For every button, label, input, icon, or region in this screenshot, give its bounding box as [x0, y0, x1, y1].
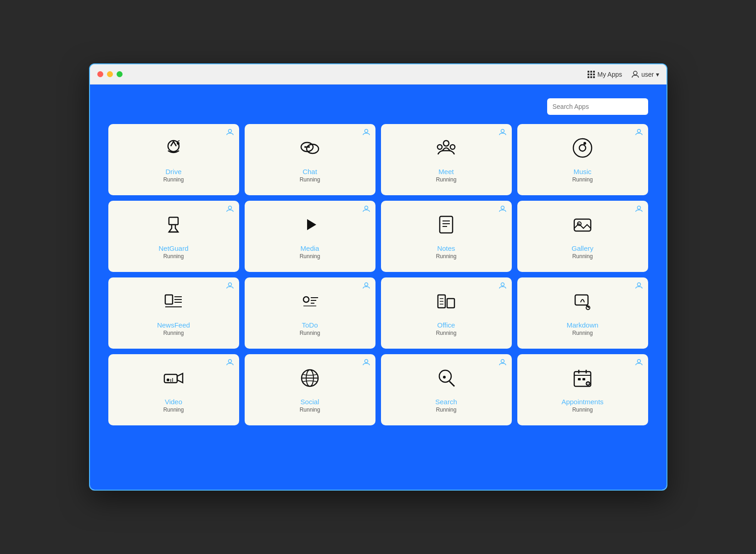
- chevron-down-icon: ▾: [656, 71, 659, 78]
- app-status-media: Running: [300, 253, 320, 260]
- svg-point-9: [308, 146, 310, 148]
- svg-point-14: [637, 130, 640, 133]
- app-status-search: Running: [436, 407, 457, 413]
- gallery-icon: [571, 214, 594, 239]
- app-status-social: Running: [300, 407, 320, 413]
- svg-point-7: [304, 146, 306, 148]
- app-card-office[interactable]: OfficeRunning: [381, 277, 512, 349]
- app-card-chat[interactable]: ChatRunning: [245, 124, 375, 195]
- app-status-markdown: Running: [572, 330, 593, 336]
- svg-point-23: [501, 206, 504, 209]
- svg-point-59: [364, 360, 368, 363]
- main-content: DriveRunningChatRunningMeetRunningMusicR…: [90, 85, 666, 490]
- title-bar: My Apps user ▾: [90, 64, 666, 85]
- user-menu-button[interactable]: user ▾: [631, 70, 659, 79]
- app-name-newsfeed: NewsFeed: [157, 321, 190, 329]
- music-icon: [571, 137, 594, 162]
- search-input[interactable]: [547, 98, 648, 115]
- user-indicator-music: [635, 129, 643, 138]
- app-card-media[interactable]: MediaRunning: [245, 201, 375, 272]
- app-name-chat: Chat: [302, 168, 317, 175]
- app-card-newsfeed[interactable]: NewsFeedRunning: [108, 277, 239, 349]
- svg-point-10: [501, 130, 504, 133]
- app-status-video: Running: [163, 407, 184, 413]
- user-indicator-notes: [499, 205, 506, 215]
- app-card-search[interactable]: SearchRunning: [381, 354, 512, 425]
- svg-point-66: [443, 376, 446, 379]
- app-status-appointments: Running: [572, 407, 593, 413]
- social-icon: [299, 367, 321, 392]
- minimize-button[interactable]: [107, 71, 113, 77]
- todo-icon: [299, 290, 321, 316]
- drive-icon: [162, 137, 185, 162]
- app-card-netguard[interactable]: NetGuardRunning: [108, 201, 239, 272]
- user-indicator-todo: [363, 282, 370, 291]
- svg-point-17: [583, 142, 586, 145]
- svg-point-8: [306, 146, 308, 148]
- app-name-media: Media: [301, 244, 319, 252]
- app-name-music: Music: [573, 168, 591, 175]
- user-indicator-gallery: [635, 205, 643, 215]
- svg-marker-55: [177, 373, 183, 383]
- apps-grid: DriveRunningChatRunningMeetRunningMusicR…: [108, 124, 648, 425]
- traffic-lights: [97, 71, 123, 77]
- svg-point-18: [228, 206, 231, 209]
- svg-point-21: [364, 206, 368, 209]
- app-name-drive: Drive: [165, 168, 181, 175]
- user-indicator-markdown: [635, 282, 643, 291]
- app-name-meet: Meet: [438, 168, 454, 175]
- svg-rect-73: [582, 378, 585, 380]
- svg-point-1: [228, 130, 231, 133]
- svg-point-31: [228, 283, 231, 286]
- app-status-drive: Running: [163, 176, 184, 183]
- svg-rect-29: [574, 219, 591, 231]
- app-card-meet[interactable]: MeetRunning: [381, 124, 512, 195]
- app-card-drive[interactable]: DriveRunning: [108, 124, 239, 195]
- app-name-video: Video: [165, 398, 182, 406]
- user-indicator-appointments: [635, 359, 643, 368]
- close-button[interactable]: [97, 71, 103, 77]
- video-icon: [162, 367, 185, 392]
- svg-point-49: [637, 283, 640, 286]
- svg-point-53: [228, 360, 231, 363]
- svg-point-16: [579, 145, 586, 151]
- app-status-netguard: Running: [163, 253, 184, 260]
- svg-rect-24: [440, 216, 453, 233]
- svg-point-12: [437, 145, 442, 149]
- newsfeed-icon: [162, 290, 185, 316]
- app-card-todo[interactable]: ToDoRunning: [245, 277, 375, 349]
- svg-point-38: [303, 297, 309, 302]
- netguard-icon: [162, 214, 185, 239]
- media-icon: [299, 214, 321, 239]
- my-apps-button[interactable]: My Apps: [588, 71, 622, 78]
- app-status-newsfeed: Running: [163, 330, 184, 336]
- app-card-music[interactable]: MusicRunning: [517, 124, 648, 195]
- svg-point-56: [167, 379, 169, 381]
- app-status-office: Running: [436, 330, 457, 336]
- svg-point-63: [501, 360, 504, 363]
- app-status-todo: Running: [300, 330, 320, 336]
- app-card-social[interactable]: SocialRunning: [245, 354, 375, 425]
- user-indicator-social: [363, 359, 370, 368]
- markdown-icon: [571, 290, 594, 316]
- user-indicator-netguard: [226, 205, 234, 215]
- maximize-button[interactable]: [117, 71, 123, 77]
- app-name-netguard: NetGuard: [158, 244, 188, 252]
- app-card-markdown[interactable]: MarkdownRunning: [517, 277, 648, 349]
- app-status-music: Running: [572, 176, 593, 183]
- app-name-notes: Notes: [437, 244, 455, 252]
- app-card-notes[interactable]: NotesRunning: [381, 201, 512, 272]
- svg-point-43: [501, 283, 504, 286]
- svg-point-67: [637, 360, 640, 363]
- user-indicator-drive: [226, 129, 234, 138]
- app-card-video[interactable]: VideoRunning: [108, 354, 239, 425]
- app-status-notes: Running: [436, 253, 457, 260]
- svg-point-0: [633, 71, 637, 75]
- app-card-gallery[interactable]: GalleryRunning: [517, 201, 648, 272]
- app-card-appointments[interactable]: AppointmentsRunning: [517, 354, 648, 425]
- title-bar-right: My Apps user ▾: [588, 70, 659, 79]
- svg-point-11: [443, 141, 449, 146]
- user-indicator-newsfeed: [226, 282, 234, 291]
- user-label: user: [641, 71, 654, 78]
- svg-point-4: [364, 130, 368, 133]
